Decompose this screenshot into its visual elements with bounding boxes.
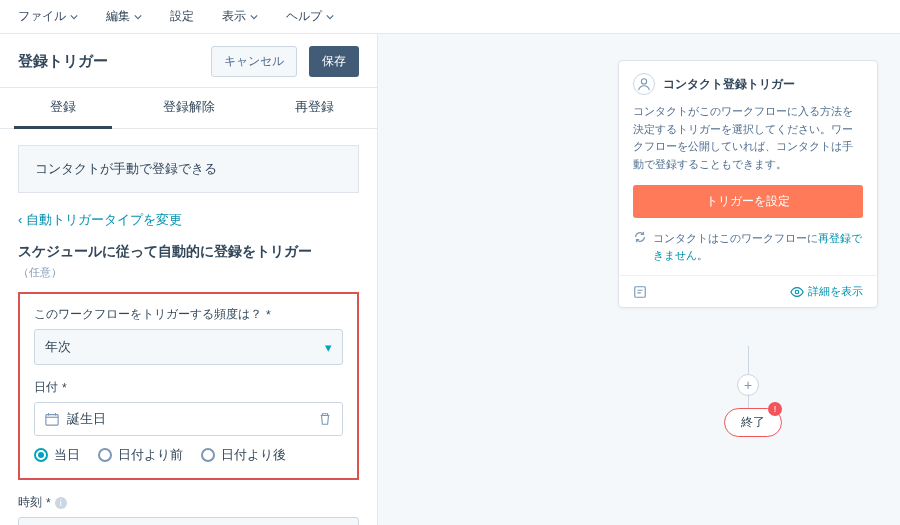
panel-header: 登録トリガー キャンセル 保存 <box>0 34 377 88</box>
chevron-down-icon <box>326 13 334 21</box>
menu-file[interactable]: ファイル <box>18 8 78 25</box>
manual-enroll-info: コンタクトが手動で登録できる <box>18 145 359 193</box>
date-label: 日付* <box>34 379 343 396</box>
contact-icon <box>633 73 655 95</box>
panel-actions: キャンセル 保存 <box>211 46 359 77</box>
flow-connector <box>748 394 749 408</box>
side-panel: 登録トリガー キャンセル 保存 登録 登録解除 再登録 コンタクトが手動で登録で… <box>0 34 378 525</box>
menu-settings[interactable]: 設定 <box>170 8 194 25</box>
chevron-down-icon <box>250 13 258 21</box>
panel-body: コンタクトが手動で登録できる ‹ 自動トリガータイプを変更 スケジュールに従って… <box>0 129 377 525</box>
caret-down-icon: ▾ <box>325 340 332 355</box>
menu-view[interactable]: 表示 <box>222 8 258 25</box>
svg-point-1 <box>641 79 646 84</box>
refresh-icon <box>633 230 647 244</box>
error-badge-icon: ! <box>768 402 782 416</box>
time-select[interactable]: 午前 ▾ <box>18 517 359 525</box>
radio-after-date[interactable]: 日付より後 <box>201 446 286 464</box>
flow-connector <box>748 346 749 376</box>
card-header: コンタクト登録トリガー <box>619 61 877 103</box>
schedule-section-subtitle: （任意） <box>18 265 359 280</box>
calendar-icon <box>45 412 59 426</box>
svg-rect-2 <box>635 287 646 298</box>
show-details-link[interactable]: 詳細を表示 <box>790 284 863 299</box>
save-button[interactable]: 保存 <box>309 46 359 77</box>
card-title: コンタクト登録トリガー <box>663 76 795 93</box>
cancel-button[interactable]: キャンセル <box>211 46 297 77</box>
date-value: 誕生日 <box>67 410 318 428</box>
radio-before-date[interactable]: 日付より前 <box>98 446 183 464</box>
chevron-down-icon <box>134 13 142 21</box>
time-section: 時刻*i 午前 ▾ 00:00 JST～10:00 JSTのいずれかの時間 <box>18 494 359 525</box>
date-input[interactable]: 誕生日 <box>34 402 343 436</box>
delete-icon[interactable] <box>318 412 332 426</box>
svg-point-3 <box>795 290 799 294</box>
tab-enroll[interactable]: 登録 <box>0 88 126 128</box>
radio-on-date[interactable]: 当日 <box>34 446 80 464</box>
tabs: 登録 登録解除 再登録 <box>0 88 377 129</box>
note-icon[interactable] <box>633 285 647 299</box>
frequency-label: このワークフローをトリガーする頻度は？* <box>34 306 343 323</box>
tab-reenroll[interactable]: 再登録 <box>251 88 377 128</box>
workflow-canvas[interactable]: コンタクト登録トリガー コンタクトがこのワークフローに入る方法を決定するトリガー… <box>378 34 900 525</box>
add-step-button[interactable]: + <box>737 374 759 396</box>
trigger-card: コンタクト登録トリガー コンタクトがこのワークフローに入る方法を決定するトリガー… <box>618 60 878 308</box>
date-offset-radios: 当日 日付より前 日付より後 <box>34 446 343 464</box>
card-footer: 詳細を表示 <box>619 275 877 307</box>
radio-icon <box>98 448 112 462</box>
eye-icon <box>790 285 804 299</box>
highlighted-config: このワークフローをトリガーする頻度は？* 年次 ▾ 日付* 誕生日 当日 日付よ… <box>18 292 359 480</box>
card-description: コンタクトがこのワークフローに入る方法を決定するトリガーを選択してください。ワー… <box>619 103 877 185</box>
tab-unenroll[interactable]: 登録解除 <box>126 88 252 128</box>
radio-icon <box>34 448 48 462</box>
radio-icon <box>201 448 215 462</box>
menu-bar: ファイル 編集 設定 表示 ヘルプ <box>0 0 900 34</box>
menu-help[interactable]: ヘルプ <box>286 8 334 25</box>
help-icon[interactable]: i <box>55 497 67 509</box>
change-trigger-type-link[interactable]: ‹ 自動トリガータイプを変更 <box>18 211 182 229</box>
set-trigger-button[interactable]: トリガーを設定 <box>633 185 863 218</box>
schedule-section-title: スケジュールに従って自動的に登録をトリガー <box>18 243 359 261</box>
frequency-select[interactable]: 年次 ▾ <box>34 329 343 365</box>
frequency-value: 年次 <box>45 338 71 356</box>
reenroll-warning: コンタクトはこのワークフローに再登録できません。 <box>619 230 877 275</box>
chevron-down-icon <box>70 13 78 21</box>
panel-title: 登録トリガー <box>18 52 108 71</box>
svg-rect-0 <box>46 415 58 426</box>
menu-edit[interactable]: 編集 <box>106 8 142 25</box>
time-label: 時刻*i <box>18 494 359 511</box>
